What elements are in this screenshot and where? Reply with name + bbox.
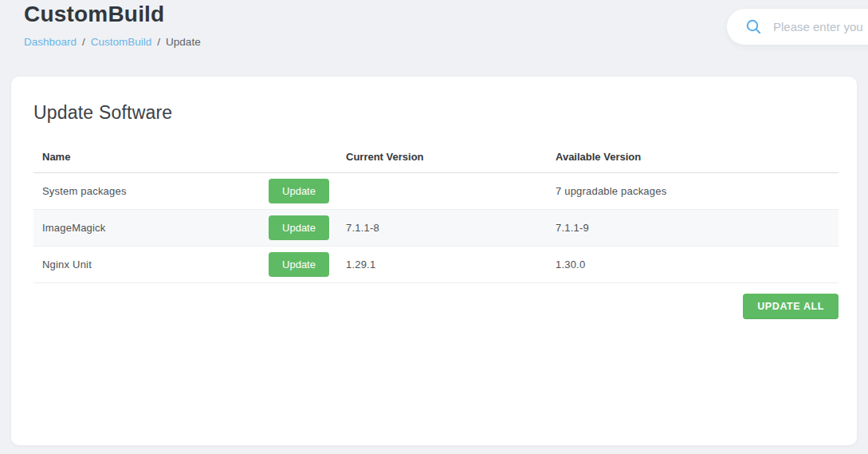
software-table: Name Current Version Available Version S… [33,151,839,283]
column-header-action [260,151,337,173]
card-title: Update Software [33,102,857,124]
cell-available-version: 1.30.0 [547,247,839,283]
cell-name: System packages [33,173,260,210]
breadcrumb-custombuild[interactable]: CustomBuild [91,36,152,48]
cell-available-version: 7.1.1-9 [547,210,839,247]
column-header-name: Name [33,151,260,173]
breadcrumb-separator: / [82,36,85,48]
cell-name: Nginx Unit [33,247,260,283]
table-header-row: Name Current Version Available Version [33,151,839,173]
update-button-imagemagick[interactable]: Update [269,215,329,240]
search-icon [745,18,762,35]
page: CustomBuild Dashboard / CustomBuild / Up… [0,0,868,454]
search-box[interactable] [727,9,868,45]
footer-actions: UPDATE ALL [33,294,839,319]
cell-action: Update [260,173,337,210]
page-title: CustomBuild [24,2,164,27]
breadcrumb-separator: / [157,36,160,48]
table-row-system-packages: System packages Update 7 upgradable pack… [33,173,839,210]
cell-action: Update [260,210,337,247]
update-button-system-packages[interactable]: Update [269,179,329,203]
update-button-nginx-unit[interactable]: Update [269,252,329,277]
breadcrumb: Dashboard / CustomBuild / Update [24,36,201,48]
update-all-button[interactable]: UPDATE ALL [743,294,839,319]
update-software-card: Update Software Name Current Version Ava… [11,77,857,445]
table-row-imagemagick: ImageMagick Update 7.1.1-8 7.1.1-9 [33,210,839,247]
cell-action: Update [260,247,337,283]
cell-current-version [337,173,547,210]
table-row-nginx-unit: Nginx Unit Update 1.29.1 1.30.0 [33,247,839,283]
topbar: CustomBuild Dashboard / CustomBuild / Up… [0,0,868,77]
cell-name: ImageMagick [33,210,260,247]
breadcrumb-current: Update [166,36,201,48]
column-header-current-version: Current Version [337,151,547,173]
breadcrumb-dashboard[interactable]: Dashboard [24,36,77,48]
cell-current-version: 7.1.1-8 [337,210,547,247]
cell-available-version: 7 upgradable packages [547,173,839,210]
cell-current-version: 1.29.1 [337,247,547,283]
search-input[interactable] [773,20,868,34]
column-header-available-version: Available Version [547,151,839,173]
